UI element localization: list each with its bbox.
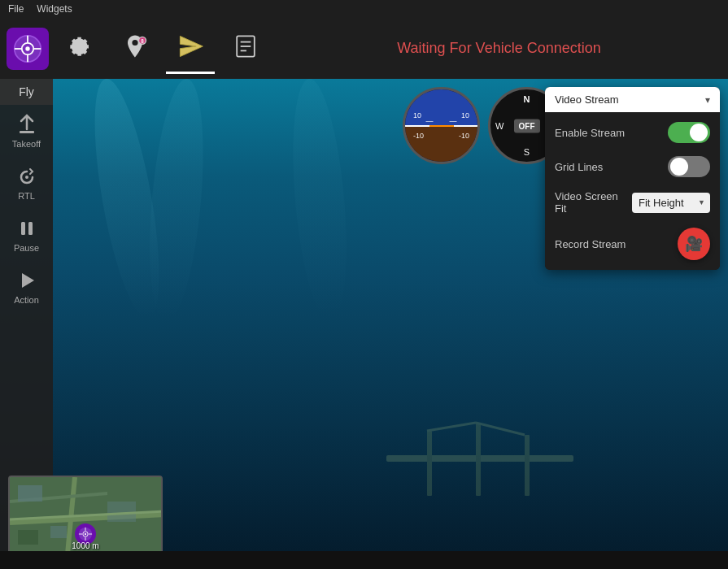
record-stream-button[interactable]: 🎥 xyxy=(678,228,710,260)
svg-rect-16 xyxy=(525,435,530,496)
menu-widgets[interactable]: Widgets xyxy=(37,3,72,15)
video-panel-header[interactable]: Video Stream ▾ xyxy=(545,87,720,112)
svg-rect-31 xyxy=(18,530,38,545)
enable-stream-row: Enable Stream xyxy=(555,122,710,143)
app-logo[interactable] xyxy=(7,28,49,70)
svg-rect-19 xyxy=(20,131,34,133)
toolbar-settings-button[interactable] xyxy=(55,24,104,74)
enable-stream-toggle[interactable] xyxy=(668,122,710,143)
enable-stream-knob xyxy=(690,124,708,141)
svg-point-2 xyxy=(25,46,29,50)
connection-status: Waiting For Vehicle Connection xyxy=(277,40,721,57)
minimap-scale-label: 1000 m xyxy=(72,541,98,550)
grid-lines-row: Grid Lines xyxy=(555,156,710,177)
video-screen-fit-label: Video Screen Fit xyxy=(555,190,632,215)
grid-lines-toggle[interactable] xyxy=(668,156,710,177)
svg-marker-23 xyxy=(22,273,34,288)
fly-label: Fly xyxy=(0,79,53,105)
minimap-image: 1000 m xyxy=(10,477,161,559)
toolbar-waypoints-button[interactable]: 8 xyxy=(111,24,159,74)
video-panel-body: Enable Stream Grid Lines Video Screen Fi… xyxy=(545,112,720,270)
svg-rect-30 xyxy=(107,502,136,522)
svg-rect-15 xyxy=(476,423,481,496)
takeoff-label: Takeoff xyxy=(12,139,41,149)
main-area: Fly Takeoff RTL Pause xyxy=(0,79,728,569)
svg-rect-21 xyxy=(21,222,25,235)
takeoff-button[interactable]: Takeoff xyxy=(0,105,53,157)
video-panel: Video Stream ▾ Enable Stream Grid Lines … xyxy=(545,87,720,270)
svg-rect-28 xyxy=(18,485,42,502)
rtl-button[interactable]: RTL xyxy=(0,157,53,209)
svg-rect-14 xyxy=(427,431,432,496)
enable-stream-label: Enable Stream xyxy=(555,127,625,139)
svg-rect-29 xyxy=(50,526,67,538)
svg-text:8: 8 xyxy=(141,38,144,44)
record-icon: 🎥 xyxy=(685,235,703,253)
video-panel-chevron-icon: ▾ xyxy=(705,94,710,106)
compass-off-button[interactable]: OFF xyxy=(514,119,540,132)
video-panel-title: Video Stream xyxy=(555,93,619,106)
record-stream-row: Record Stream 🎥 xyxy=(555,228,710,260)
pause-button[interactable]: Pause xyxy=(0,209,53,261)
svg-rect-22 xyxy=(28,222,33,235)
menu-bar: File Widgets xyxy=(0,0,728,18)
record-stream-label: Record Stream xyxy=(555,238,626,250)
video-screen-fit-select[interactable]: Fit Height Fit Width Full Screen xyxy=(632,193,710,213)
toolbar-plan-button[interactable] xyxy=(221,24,270,74)
pause-label: Pause xyxy=(14,243,39,253)
svg-line-18 xyxy=(476,423,525,435)
minimap[interactable]: 1000 m xyxy=(8,476,163,561)
compass-south: S xyxy=(524,147,530,157)
grid-lines-label: Grid Lines xyxy=(555,161,603,173)
rtl-label: RTL xyxy=(18,191,35,201)
hud-area: 10 10 — — -10 -10 N S E W OFF xyxy=(403,87,565,164)
toolbar-fly-button[interactable] xyxy=(166,24,215,74)
status-bar xyxy=(0,551,728,569)
menu-file[interactable]: File xyxy=(8,3,24,15)
attitude-indicator: 10 10 — — -10 -10 xyxy=(403,87,480,164)
svg-point-35 xyxy=(85,533,86,535)
attitude-bottom-right: -10 xyxy=(459,132,469,140)
compass-west: W xyxy=(495,121,503,131)
video-screen-fit-row: Video Screen Fit Fit Height Fit Width Fu… xyxy=(555,190,710,215)
toolbar: 8 Waiting For Vehicle Connection xyxy=(0,18,728,79)
action-label: Action xyxy=(14,295,39,305)
compass-north: N xyxy=(524,94,530,104)
svg-line-17 xyxy=(427,423,476,431)
action-button[interactable]: Action xyxy=(0,261,53,313)
grid-lines-knob xyxy=(670,158,688,176)
attitude-bottom-left: -10 xyxy=(413,132,424,140)
svg-point-20 xyxy=(25,176,28,179)
video-screen-fit-dropdown-wrap: Fit Height Fit Width Full Screen xyxy=(632,193,710,213)
